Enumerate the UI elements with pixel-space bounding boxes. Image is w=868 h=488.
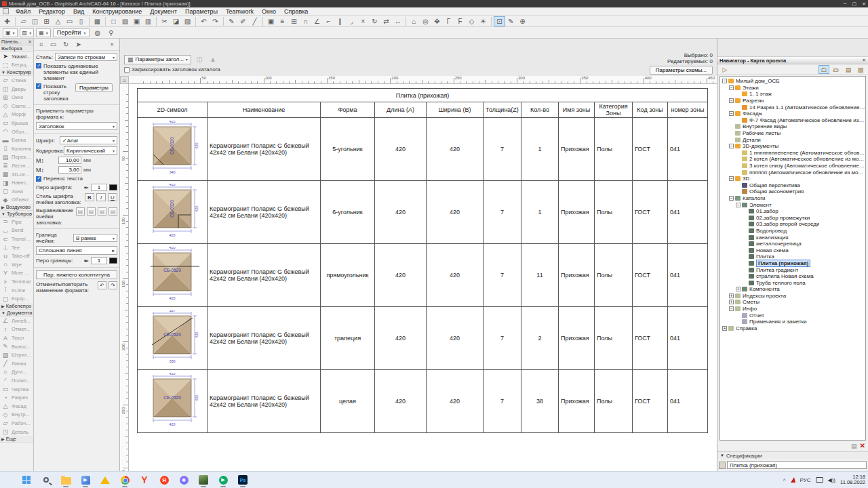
roof-tool-icon[interactable]: △ — [52, 16, 64, 26]
toolbox-group-4[interactable]: ▼Документи — [0, 310, 33, 317]
menu-item-5[interactable]: Параметры — [181, 7, 222, 16]
tree-expander-icon[interactable]: − — [729, 85, 734, 90]
volume-icon[interactable]: ◀)) — [828, 477, 835, 483]
tree-item-ф-7-фасад-автоматическое-обнов[interactable]: Ф-7 Фасад (Автоматическое обновление из … — [720, 117, 865, 124]
project-chooser-icon[interactable]: ▷ — [719, 65, 730, 74]
door-tool-icon[interactable]: ◫ — [29, 16, 41, 26]
tree-item-милый-дом-осб[interactable]: −Милый дом_ОСБ — [720, 78, 865, 85]
table-row[interactable]: 420340420СБ-0520Керамогранит Поларис G б… — [138, 118, 708, 181]
tree-item-3d-документы[interactable]: −3D-документы — [720, 143, 865, 150]
alice-icon[interactable]: ◉ — [176, 472, 191, 487]
tool-линия[interactable]: ╱Линия — [0, 359, 33, 368]
tool-внутр-[interactable]: ◇Внутр... — [0, 411, 33, 420]
tool-балка[interactable]: ▬Балка — [0, 136, 33, 144]
tree-item-фасады[interactable]: −Фасады — [720, 110, 865, 117]
tool-wye[interactable]: ∩Wye — [0, 260, 33, 269]
tool-отмет-[interactable]: ↕Отмет... — [0, 325, 33, 334]
tool-tee[interactable]: ⊥Tee — [0, 243, 33, 252]
header-params-button[interactable]: Параметры — [75, 83, 113, 92]
rotate-icon[interactable]: ↻ — [63, 41, 68, 48]
new-file-icon[interactable]: □ — [108, 16, 119, 26]
tool-крыша[interactable]: ▭Крыша — [0, 119, 33, 127]
tool-штрих-[interactable]: ▨Штрих... — [0, 350, 33, 359]
tree-expander-icon[interactable]: + — [722, 326, 727, 331]
italic-button[interactable]: I — [96, 193, 106, 201]
tree-item-02-забор-промежутки[interactable]: 02.забор промежутки — [720, 214, 865, 221]
tree-item-элемент[interactable]: −Элемент — [720, 201, 865, 208]
explorer-icon[interactable] — [58, 472, 73, 487]
tree-item-03-забор-второй-очереди[interactable]: 03.забор второй очереди — [720, 221, 865, 228]
mesh-tool-icon[interactable]: ▦ — [92, 16, 103, 26]
menu-item-2[interactable]: Вид — [69, 7, 88, 16]
table-row[interactable]: 420420420СБ-0520Керамогранит Поларис G б… — [138, 181, 708, 244]
clock[interactable]: 12:18 11.08.2022 — [840, 474, 865, 486]
mirror-icon[interactable]: ⇄ — [380, 16, 392, 26]
lock-header-checkbox[interactable] — [124, 67, 130, 73]
align-justify-icon[interactable]: ▤ — [108, 207, 117, 216]
menu-item-8[interactable]: Справка — [280, 7, 312, 16]
tree-item-2-котел-автоматическое-обновле[interactable]: 2 котел (Автоматическое обновление из мо… — [720, 156, 865, 163]
tree-item-примечания-и-заметки[interactable]: Примечания и заметки — [720, 319, 865, 325]
tree-item-сметы[interactable]: +Сметы — [720, 299, 865, 306]
tool-рабоч-[interactable]: ▱Рабоч... — [0, 419, 33, 428]
maximize-button[interactable]: ▢ — [852, 1, 857, 7]
tray-app-icon[interactable] — [791, 477, 795, 483]
tree-item-общая-аксонометрия[interactable]: Общая аксонометрия — [720, 188, 865, 195]
open-file-icon[interactable]: ▤ — [119, 16, 131, 26]
group-icon[interactable]: ▣ — [265, 16, 277, 26]
fit-in-window-icon[interactable]: ⌂ — [408, 16, 420, 26]
tree-expander-icon[interactable]: + — [729, 300, 734, 304]
dimension-icon[interactable]: ⌗ — [39, 41, 43, 49]
tool-текст[interactable]: AТекст — [0, 333, 33, 342]
media-app-icon[interactable]: ▶ — [78, 472, 93, 487]
tree-item-этажи[interactable]: −Этажи — [720, 85, 865, 92]
tree-item-рабочие-листы[interactable]: Рабочие листы — [720, 130, 865, 137]
tree-expander-icon[interactable]: − — [729, 176, 734, 181]
tree-expander-icon[interactable]: − — [729, 98, 734, 103]
print-icon[interactable]: ▥ — [142, 16, 154, 26]
tool-in-line[interactable]: ⊺In-line — [0, 286, 33, 295]
previous-view-icon[interactable]: Γ — [443, 16, 454, 26]
encoding-select[interactable]: Кириллический ▾ — [64, 146, 117, 155]
sum-icon[interactable]: ▲ — [208, 55, 218, 64]
tree-expander-icon[interactable]: + — [729, 293, 734, 298]
undo-icon[interactable]: ↶ — [198, 16, 210, 26]
tool-pipe[interactable]: ⊃Pipe — [0, 218, 33, 226]
sun-icon[interactable]: ☀ — [477, 16, 489, 26]
photoshop-icon[interactable]: Ps — [235, 472, 250, 487]
cut-icon[interactable]: ✂ — [159, 16, 170, 26]
marquee-tool[interactable]: ⬚ Бегущ... — [0, 61, 33, 70]
tool-линей-[interactable]: ∠Линей... — [0, 317, 33, 325]
tree-item-1-1-этаж[interactable]: 1. 1 этаж — [720, 91, 865, 98]
tree-item-инфо[interactable]: −Инфо — [720, 306, 865, 312]
column-tool-icon[interactable]: ▯ — [75, 16, 87, 26]
tracker-icon[interactable]: ⊡ — [494, 16, 505, 26]
cell-border-select[interactable]: В рамке ▾ — [73, 234, 117, 242]
zoom-icon[interactable]: ◎ — [420, 16, 431, 26]
tree-item-металлочерепица[interactable]: металлочерепица — [720, 241, 865, 247]
tree-item-пппппп-автоматическое-обновлен[interactable]: пппппп (Автоматическое обновление из мод… — [720, 169, 865, 176]
tree-item-справка[interactable]: +Справка — [720, 325, 865, 332]
close-button[interactable]: ✕ — [862, 1, 866, 7]
header-params-dropdown[interactable]: ▦ Параметры загол... ▾ — [124, 55, 191, 64]
tool-bend[interactable]: ◡Bend — [0, 226, 33, 235]
start-icon[interactable] — [19, 472, 34, 487]
scale-combo-icon[interactable]: ▨▾ — [20, 28, 35, 37]
menu-item-7[interactable]: Окно — [258, 7, 280, 16]
line-type-select[interactable]: Сплошная линия ▸ — [36, 246, 117, 255]
tree-item-внутренние-виды[interactable]: Внутренние виды — [720, 123, 865, 130]
archicad-icon[interactable] — [196, 472, 211, 487]
tool-стена[interactable]: ▱Стена — [0, 76, 33, 85]
tree-item-1-пппппппнененене-автоматическ[interactable]: 1 пппппппнененене (Автоматическое обновл… — [720, 150, 865, 157]
goto-button[interactable]: Перейти ▾ — [53, 28, 90, 37]
menu-item-3[interactable]: Конструирование — [88, 7, 146, 16]
tool-деталь[interactable]: ◳Деталь — [0, 428, 33, 436]
stretch-icon[interactable]: ↔ — [392, 16, 403, 26]
font-pen-swatch[interactable] — [109, 184, 117, 190]
undo-format-icon[interactable]: ↶ — [98, 281, 106, 289]
tool-дверь[interactable]: ◫Дверь — [0, 85, 33, 94]
show-header-checkbox[interactable] — [36, 83, 41, 89]
font-size-input[interactable] — [58, 157, 81, 164]
ruler-origin-box[interactable]: ⊡ — [120, 76, 129, 84]
row-height-input[interactable] — [58, 166, 81, 174]
